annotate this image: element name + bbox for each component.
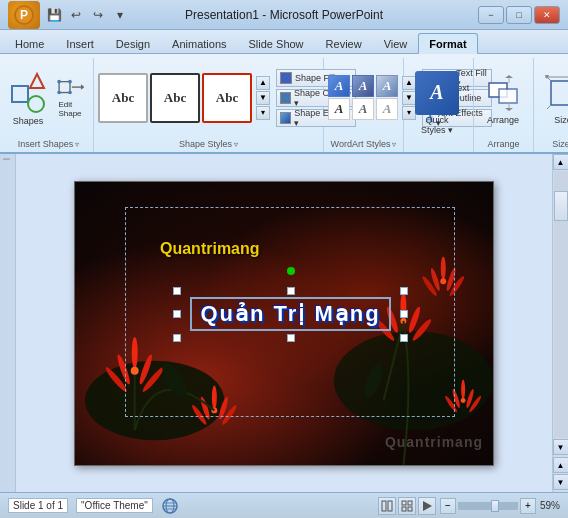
shape-outline-swatch bbox=[280, 92, 291, 104]
prev-slide-btn[interactable]: ▲ bbox=[553, 457, 569, 473]
office-button[interactable]: P bbox=[8, 1, 40, 29]
scroll-track[interactable] bbox=[554, 171, 568, 438]
save-quick-btn[interactable]: 💾 bbox=[44, 5, 64, 25]
customize-quick-access[interactable]: ▾ bbox=[110, 5, 130, 25]
tab-insert[interactable]: Insert bbox=[55, 33, 105, 53]
slide-title: Quantrimang bbox=[160, 240, 260, 258]
style-scroll-up[interactable]: ▲ bbox=[256, 76, 270, 90]
status-right: − + 59% bbox=[378, 497, 560, 515]
rotate-handle[interactable] bbox=[287, 267, 295, 275]
title-bar-left: P 💾 ↩ ↪ ▾ bbox=[8, 1, 130, 29]
zoom-percent[interactable]: 59% bbox=[540, 500, 560, 511]
quick-styles-group: A QuickStyles ▾ bbox=[404, 58, 474, 152]
redo-btn[interactable]: ↪ bbox=[88, 5, 108, 25]
svg-rect-6 bbox=[59, 81, 70, 92]
tab-animations[interactable]: Animations bbox=[161, 33, 237, 53]
shape-fill-swatch bbox=[280, 72, 292, 84]
quick-styles-icon: A bbox=[415, 71, 459, 115]
slideshow-btn[interactable] bbox=[418, 497, 436, 515]
slide-container[interactable]: Quantrimang Quản Trị Mạng bbox=[16, 154, 552, 492]
slide[interactable]: Quantrimang Quản Trị Mạng bbox=[74, 181, 494, 466]
left-panel: | bbox=[0, 154, 16, 492]
undo-btn[interactable]: ↩ bbox=[66, 5, 86, 25]
svg-marker-16 bbox=[505, 75, 513, 78]
wordart-container[interactable]: Quản Trị Mạng bbox=[173, 287, 408, 342]
svg-marker-74 bbox=[423, 501, 432, 511]
wordart-style-1[interactable]: A bbox=[328, 75, 350, 97]
language-btn[interactable] bbox=[161, 497, 179, 515]
tab-design[interactable]: Design bbox=[105, 33, 161, 53]
svg-point-7 bbox=[57, 79, 61, 83]
scroll-up-btn[interactable]: ▲ bbox=[553, 154, 569, 170]
arrange-button[interactable]: Arrange bbox=[478, 69, 528, 127]
size-group: Size Size ▿ bbox=[534, 58, 568, 152]
minimize-button[interactable]: − bbox=[478, 6, 504, 24]
maximize-button[interactable]: □ bbox=[506, 6, 532, 24]
next-slide-btn[interactable]: ▼ bbox=[553, 474, 569, 490]
wordart-expand[interactable]: ▿ bbox=[392, 140, 396, 149]
quick-styles-button[interactable]: A QuickStyles ▾ bbox=[408, 69, 466, 137]
slide-sorter-btn[interactable] bbox=[398, 497, 416, 515]
tab-review[interactable]: Review bbox=[315, 33, 373, 53]
zoom-out-btn[interactable]: − bbox=[440, 498, 456, 514]
ribbon-tabs: Home Insert Design Animations Slide Show… bbox=[0, 30, 568, 54]
wordart-style-2[interactable]: A bbox=[352, 75, 374, 97]
tab-home[interactable]: Home bbox=[4, 33, 55, 53]
zoom-thumb[interactable] bbox=[491, 500, 499, 512]
wordart-text[interactable]: Quản Trị Mạng bbox=[190, 297, 390, 331]
size-label: Size bbox=[554, 115, 568, 125]
wordart-style-5[interactable]: A bbox=[352, 98, 374, 120]
svg-marker-4 bbox=[30, 74, 44, 88]
style-scroll-more[interactable]: ▾ bbox=[256, 106, 270, 120]
size-icon bbox=[544, 71, 568, 115]
size-button[interactable]: Size bbox=[538, 69, 568, 127]
svg-rect-70 bbox=[402, 501, 406, 505]
close-button[interactable]: ✕ bbox=[534, 6, 560, 24]
shape-style-3[interactable]: Abc bbox=[202, 73, 252, 123]
zoom-in-btn[interactable]: + bbox=[520, 498, 536, 514]
svg-line-22 bbox=[547, 105, 551, 109]
window-title: Presentation1 - Microsoft PowerPoint bbox=[185, 8, 383, 22]
svg-point-9 bbox=[57, 90, 61, 94]
arrange-icon bbox=[484, 71, 522, 115]
svg-point-10 bbox=[68, 90, 72, 94]
slide-nav: ▲ ▼ bbox=[553, 455, 569, 492]
style-scroll-down[interactable]: ▼ bbox=[256, 91, 270, 105]
svg-rect-73 bbox=[408, 507, 412, 511]
svg-rect-19 bbox=[551, 81, 568, 105]
zoom-slider[interactable] bbox=[458, 502, 518, 510]
status-left: Slide 1 of 1 "Office Theme" bbox=[8, 497, 179, 515]
tab-slideshow[interactable]: Slide Show bbox=[238, 33, 315, 53]
wordart-styles-content: A A A A A A ▲ ▼ ▾ bbox=[328, 60, 399, 137]
arrange-content: Arrange bbox=[478, 60, 529, 137]
svg-rect-3 bbox=[12, 86, 28, 102]
shape-style-1[interactable]: Abc bbox=[98, 73, 148, 123]
insert-shapes-content: Shapes EditShape bbox=[8, 60, 89, 137]
insert-shapes-expand[interactable]: ▿ bbox=[75, 140, 79, 149]
ribbon: Shapes EditShape Inser bbox=[0, 54, 568, 154]
scroll-thumb[interactable] bbox=[554, 191, 568, 221]
shape-effects-swatch bbox=[280, 112, 291, 124]
zoom-control: − + 59% bbox=[440, 498, 560, 514]
shape-style-boxes: Abc Abc Abc ▲ ▼ ▾ bbox=[98, 73, 270, 123]
theme-info[interactable]: "Office Theme" bbox=[76, 498, 153, 513]
tab-format[interactable]: Format bbox=[418, 33, 477, 54]
svg-rect-69 bbox=[388, 501, 392, 511]
slide-info[interactable]: Slide 1 of 1 bbox=[8, 498, 68, 513]
wordart-style-6[interactable]: A bbox=[376, 98, 398, 120]
wordart-style-3[interactable]: A bbox=[376, 75, 398, 97]
quick-styles-label: QuickStyles ▾ bbox=[421, 115, 453, 135]
svg-text:P: P bbox=[20, 8, 28, 22]
shapes-button[interactable]: Shapes bbox=[8, 68, 48, 128]
shape-styles-expand[interactable]: ▿ bbox=[234, 140, 238, 149]
edit-shape-button[interactable]: EditShape bbox=[50, 78, 90, 118]
scroll-down-btn[interactable]: ▼ bbox=[553, 439, 569, 455]
shape-styles-label: Shape Styles ▿ bbox=[98, 137, 319, 152]
wordart-style-4[interactable]: A bbox=[328, 98, 350, 120]
svg-point-5 bbox=[28, 96, 44, 112]
normal-view-btn[interactable] bbox=[378, 497, 396, 515]
shape-style-2[interactable]: Abc bbox=[150, 73, 200, 123]
tab-view[interactable]: View bbox=[373, 33, 419, 53]
shape-style-1-label: Abc bbox=[112, 90, 134, 106]
arrange-group: Arrange Arrange bbox=[474, 58, 534, 152]
